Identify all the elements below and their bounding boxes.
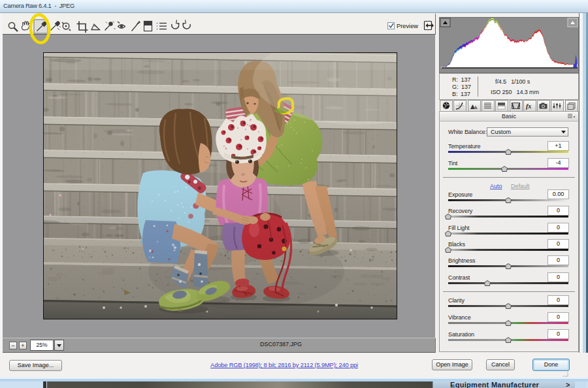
svg-text:fx: fx — [526, 103, 531, 110]
svg-text:Preview: Preview — [397, 23, 418, 29]
